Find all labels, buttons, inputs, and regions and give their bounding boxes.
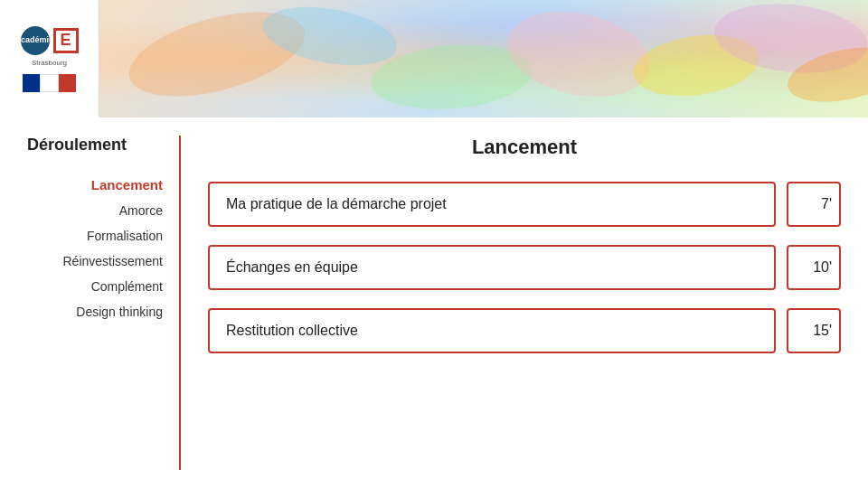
activity-time-3: 15' <box>787 308 841 353</box>
sidebar-item-complement[interactable]: Complément <box>27 279 170 294</box>
content-title: Lancement <box>208 136 841 159</box>
sidebar-item-lancement[interactable]: Lancement <box>27 177 170 192</box>
activity-time-2: 10' <box>787 245 841 290</box>
activity-label-3: Restitution collective <box>208 308 776 353</box>
academie-circle: acadé mie <box>21 26 50 55</box>
activity-label-2: Échanges en équipe <box>208 245 776 290</box>
sidebar-title: Déroulement <box>27 136 170 155</box>
content-panel: Lancement Ma pratique de la démarche pro… <box>181 136 841 470</box>
activity-row-1: Ma pratique de la démarche projet 7' <box>208 182 841 227</box>
activity-time-1: 7' <box>787 182 841 227</box>
academie-logo: acadé mie E Strasbourg <box>21 26 79 92</box>
activity-row-3: Restitution collective 15' <box>208 308 841 353</box>
banner-art <box>99 0 868 117</box>
sidebar-item-design-thinking[interactable]: Design thinking <box>27 305 170 319</box>
sidebar-item-reinvestissement[interactable]: Réinvestissement <box>27 254 170 268</box>
sidebar-item-formalisation[interactable]: Formalisation <box>27 229 170 243</box>
french-flag <box>23 74 77 92</box>
header-banner: acadé mie E Strasbourg <box>0 0 868 117</box>
city-label: Strasbourg <box>32 59 67 67</box>
activity-row-2: Échanges en équipe 10' <box>208 245 841 290</box>
flag-blue <box>23 74 40 92</box>
activity-label-1: Ma pratique de la démarche projet <box>208 182 776 227</box>
sidebar: Déroulement Lancement Amorce Formalisati… <box>27 136 181 470</box>
sidebar-item-amorce[interactable]: Amorce <box>27 203 170 218</box>
flag-red <box>59 74 76 92</box>
logo-area: acadé mie E Strasbourg <box>0 0 99 117</box>
flag-white <box>40 74 59 92</box>
main-content: Déroulement Lancement Amorce Formalisati… <box>0 117 868 488</box>
e-logo-box: E <box>53 28 79 53</box>
